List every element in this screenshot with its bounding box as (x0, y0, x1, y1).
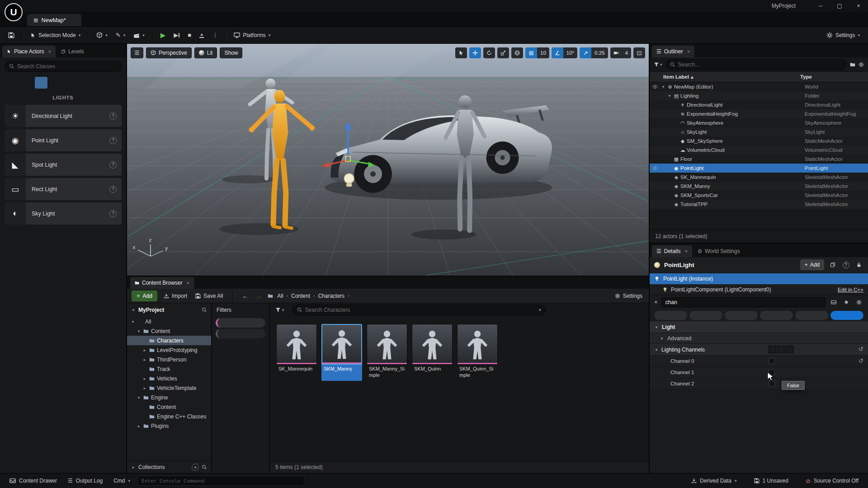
menu-item[interactable] (75, 0, 85, 12)
eye-icon[interactable] (650, 165, 660, 171)
category-icon[interactable] (49, 77, 62, 89)
editor-mode-select[interactable]: Selection Mode ▾ (27, 29, 84, 42)
expander-icon[interactable]: ▾ (137, 395, 141, 400)
clear-search-icon[interactable]: × (654, 299, 658, 305)
maximize-viewport-button[interactable]: ⊡ (633, 47, 645, 58)
folder-tree-item[interactable]: Track (127, 364, 211, 374)
collections-row[interactable]: ▸ Collections + (127, 461, 211, 473)
chevron-down-icon[interactable]: ▾ (131, 308, 136, 312)
filter-chip[interactable] (216, 318, 265, 328)
details-category-tab[interactable] (795, 311, 828, 320)
category-icon[interactable] (5, 77, 18, 89)
browse-icon[interactable] (828, 262, 837, 267)
lock-icon[interactable] (854, 262, 863, 267)
add-content-button[interactable]: + Add (132, 291, 157, 301)
source-control-button[interactable]: ⊘ Source Control Off (802, 478, 863, 484)
help-icon[interactable]: ? (109, 210, 117, 217)
level-viewport[interactable]: x y z ☰ Perspective Lit (127, 44, 649, 277)
world-space-toggle[interactable] (511, 47, 523, 58)
close-icon[interactable]: × (687, 49, 690, 54)
content-drawer-button[interactable]: Content Drawer (5, 474, 61, 488)
cmd-selector[interactable]: Cmd ▾ (109, 474, 134, 488)
outliner-row[interactable]: ▾ ▤ Lighting Folder (650, 91, 868, 100)
breadcrumb-item[interactable]: Content (290, 293, 311, 299)
platforms-button[interactable]: Platforms ▾ (230, 29, 274, 42)
outliner-row[interactable]: ◈ SKM_SportsCar SkeletalMeshActor (650, 191, 868, 200)
outliner-search-input[interactable] (678, 61, 842, 68)
display-options-icon[interactable] (829, 300, 838, 305)
add-actor-button[interactable]: ▾ (93, 29, 111, 42)
console-command-input[interactable] (142, 478, 300, 484)
light-section-header[interactable]: ▾ Light (650, 321, 868, 333)
category-icon[interactable] (35, 77, 47, 89)
outliner-settings-button[interactable] (859, 62, 864, 67)
place-actor-item[interactable]: ▭ Rect Light ? (5, 178, 122, 200)
help-icon[interactable]: ? (109, 137, 117, 144)
outliner-row[interactable]: ◆ SM_SkySphere StaticMeshActor (650, 136, 868, 145)
close-icon[interactable]: × (48, 49, 51, 54)
stop-button[interactable]: ■ (184, 29, 195, 42)
tab-details[interactable]: ☰ Details × (652, 245, 692, 257)
reset-to-default-icon[interactable]: ↺ (859, 346, 863, 352)
filter-chip[interactable] (216, 329, 265, 338)
menu-item[interactable] (65, 0, 75, 12)
outliner-row[interactable]: ▾ ⊕ NewMap (Editor) World (650, 82, 868, 91)
help-icon[interactable]: ? (109, 161, 117, 169)
play-options-button[interactable]: ⋮ (208, 29, 222, 42)
component-row[interactable]: PointLightComponent (LightComponent0) Ed… (650, 284, 868, 295)
item-label-column-header[interactable]: Item Label (663, 74, 689, 80)
tab-place-actors[interactable]: Place Actors × (2, 46, 56, 57)
perspective-selector[interactable]: Perspective (146, 47, 192, 58)
outliner-filter-button[interactable]: ▾ (654, 62, 662, 67)
asset-card[interactable]: SK_Mannequin (276, 324, 317, 381)
expander-icon[interactable]: ▸ (142, 348, 147, 352)
category-icon[interactable] (79, 77, 91, 89)
menu-item[interactable] (35, 0, 45, 12)
search-icon[interactable] (202, 307, 207, 313)
tab-outliner[interactable]: ☰ Outliner × (652, 46, 694, 57)
menu-item[interactable] (45, 0, 55, 12)
folder-tree-item[interactable]: ▾ All (127, 317, 211, 326)
tab-levels[interactable]: Levels (57, 46, 89, 57)
eject-button[interactable]: ▲ (196, 29, 208, 42)
asset-card[interactable]: SKM_Quinn (412, 324, 453, 381)
place-actor-item[interactable]: ◣ Spot Light ? (5, 154, 122, 176)
outliner-row[interactable]: ☁ VolumetricCloud VolumetricCloud (650, 145, 868, 155)
outliner-row[interactable]: ◠ SkyAtmosphere SkyAtmosphere (650, 118, 868, 127)
expander-icon[interactable]: ▸ (142, 386, 147, 390)
camera-speed-button[interactable] (610, 47, 622, 58)
expander-icon[interactable]: ▾ (660, 84, 666, 89)
outliner-row[interactable]: ☀ DirectionalLight DirectionalLight (650, 100, 868, 109)
reset-to-default-icon[interactable]: ↺ (859, 357, 863, 364)
expander-icon[interactable]: ▸ (142, 357, 147, 362)
play-button[interactable]: ▶ (157, 29, 170, 42)
expander-icon[interactable]: ▸ (137, 424, 141, 428)
viewport-3d-scene[interactable]: x y z (127, 44, 649, 276)
camera-speed-value[interactable]: 4 (622, 47, 631, 58)
save-button[interactable] (5, 29, 18, 42)
outliner-row[interactable]: ≋ ExponentialHeightFog ExponentialHeight… (650, 109, 868, 118)
view-mode-selector[interactable]: Lit (194, 47, 217, 58)
expander-icon[interactable]: ▸ (142, 376, 147, 381)
close-button[interactable]: × (849, 0, 868, 12)
scale-snap-value[interactable]: 0.25 (591, 47, 608, 58)
show-flags-button[interactable]: Show (220, 47, 242, 58)
forward-button[interactable]: → (254, 292, 263, 300)
help-icon[interactable]: ? (109, 186, 117, 193)
derived-data-button[interactable]: Derived Data ▾ (687, 478, 741, 484)
folder-tree-item[interactable]: ▸ Plugins (127, 421, 211, 431)
import-button[interactable]: Import (162, 293, 189, 299)
favorites-star-icon[interactable]: ★ (842, 299, 851, 305)
close-icon[interactable]: × (684, 249, 687, 254)
folder-tree-item[interactable]: Engine C++ Classes (127, 412, 211, 421)
outliner-row[interactable]: ▦ Floor StaticMeshActor (650, 155, 868, 164)
folder-tree-item[interactable]: ▸ ThirdPerson (127, 355, 211, 364)
save-all-button[interactable]: Save All (193, 293, 225, 299)
search-classes-input[interactable] (17, 63, 117, 70)
rotation-snap-toggle[interactable]: ∠ (552, 47, 563, 58)
category-icon[interactable] (108, 77, 121, 89)
add-component-button[interactable]: + Add (800, 259, 824, 270)
grid-snap-value[interactable]: 10 (537, 47, 549, 58)
select-tool-button[interactable] (455, 47, 467, 58)
new-folder-button[interactable] (850, 62, 855, 67)
